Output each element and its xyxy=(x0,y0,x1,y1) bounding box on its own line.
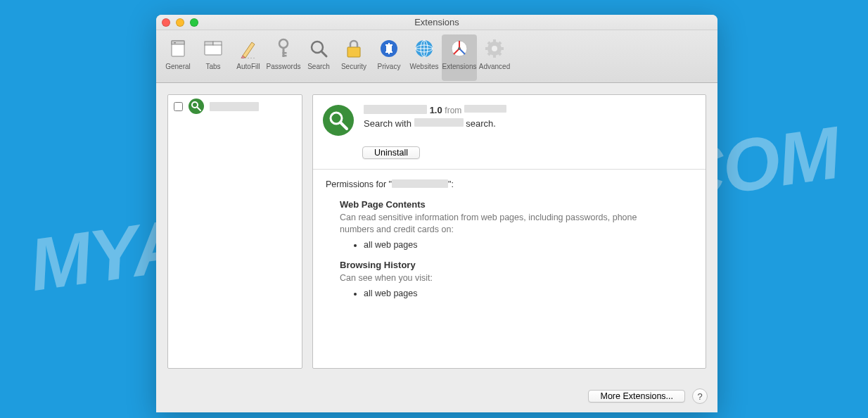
svg-line-12 xyxy=(321,51,326,56)
extension-large-icon xyxy=(323,105,354,136)
key-icon xyxy=(272,37,295,60)
perm-heading-name-redacted xyxy=(392,179,448,188)
svg-rect-5 xyxy=(213,42,222,45)
toolbar-label: Privacy xyxy=(378,63,401,70)
desc-mid-redacted xyxy=(414,118,464,127)
extension-item-icon xyxy=(189,99,204,114)
svg-point-22 xyxy=(458,47,461,50)
toolbar-label: General xyxy=(165,63,191,70)
more-extensions-button[interactable]: More Extensions... xyxy=(588,390,685,403)
toolbar-websites[interactable]: Websites xyxy=(407,34,442,81)
toolbar-label: Tabs xyxy=(205,63,220,70)
svg-rect-15 xyxy=(386,46,392,51)
svg-line-30 xyxy=(499,53,501,55)
toolbar-label: Security xyxy=(341,63,366,70)
extension-header: 1.0 from Search with search. xyxy=(313,95,706,143)
perm-section-title-0: Web Page Contents xyxy=(340,199,693,210)
toolbar-security[interactable]: Security xyxy=(336,34,371,81)
toolbar-label: Websites xyxy=(410,63,439,70)
extension-title-line: 1.0 from xyxy=(364,105,506,115)
uninstall-button[interactable]: Uninstall xyxy=(362,146,420,159)
toolbar-extensions[interactable]: Extensions xyxy=(442,34,477,81)
extension-enable-checkbox[interactable] xyxy=(174,102,183,111)
preferences-toolbar: General Tabs AutoFill Passwords Search xyxy=(156,30,717,83)
svg-line-31 xyxy=(488,53,490,55)
perm-heading-prefix: Permissions for " xyxy=(326,179,392,189)
toolbar-general[interactable]: General xyxy=(160,34,196,81)
desc-suffix: search. xyxy=(466,118,496,129)
desc-prefix: Search with xyxy=(364,118,411,129)
toolbar-advanced[interactable]: Advanced xyxy=(477,34,512,81)
extension-detail-panel: 1.0 from Search with search. Uninstall xyxy=(312,94,706,369)
uninstall-row: Uninstall xyxy=(313,143,706,169)
svg-line-34 xyxy=(197,107,200,110)
extension-item-name-redacted xyxy=(210,102,259,111)
lock-icon xyxy=(343,37,365,60)
window-title: Extensions xyxy=(156,17,717,27)
svg-rect-2 xyxy=(174,42,176,44)
permissions-section: Permissions for " ": Web Page Contents C… xyxy=(313,170,706,310)
privacy-icon xyxy=(378,37,400,60)
svg-line-36 xyxy=(340,122,347,129)
svg-rect-9 xyxy=(283,52,287,54)
svg-rect-13 xyxy=(347,47,360,57)
perm-section-title-1: Browsing History xyxy=(340,260,693,270)
svg-point-7 xyxy=(279,39,288,48)
globe-icon xyxy=(413,37,435,60)
perm-section-desc-0: Can read sensitive information from web … xyxy=(340,212,663,236)
gear-icon xyxy=(483,37,506,60)
extension-description: Search with search. xyxy=(364,118,506,129)
perm-item: all web pages xyxy=(364,240,693,250)
svg-rect-1 xyxy=(172,41,184,44)
titlebar: Extensions xyxy=(156,15,717,30)
content-area: 1.0 from Search with search. Uninstall xyxy=(156,83,717,380)
extensions-sidebar xyxy=(167,94,302,369)
svg-rect-3 xyxy=(205,44,222,55)
svg-rect-4 xyxy=(205,42,213,45)
perm-section-list-0: all web pages xyxy=(364,240,693,250)
svg-line-32 xyxy=(499,42,501,44)
autofill-icon xyxy=(237,37,260,60)
perm-item: all web pages xyxy=(364,289,693,298)
extension-version: 1.0 xyxy=(430,105,442,115)
svg-point-24 xyxy=(492,46,497,51)
toolbar-label: Search xyxy=(307,63,330,70)
toolbar-label: Extensions xyxy=(442,63,477,70)
toolbar-label: Passwords xyxy=(267,63,301,70)
extension-vendor-redacted xyxy=(464,105,506,113)
extension-name-redacted xyxy=(364,105,427,114)
svg-line-29 xyxy=(488,42,490,44)
toolbar-tabs[interactable]: Tabs xyxy=(196,34,231,81)
extension-title-block: 1.0 from Search with search. xyxy=(364,105,506,129)
extension-from-label: from xyxy=(445,106,461,115)
permissions-heading: Permissions for " ": xyxy=(326,179,693,189)
perm-section-list-1: all web pages xyxy=(364,289,693,298)
toolbar-search[interactable]: Search xyxy=(301,34,336,81)
perm-heading-suffix: ": xyxy=(448,179,454,189)
sidebar-extension-item[interactable] xyxy=(168,95,302,118)
preferences-window: Extensions General Tabs AutoFill Passwor… xyxy=(156,15,717,412)
svg-rect-10 xyxy=(283,55,287,57)
help-button[interactable]: ? xyxy=(692,388,708,404)
toolbar-label: AutoFill xyxy=(236,63,260,70)
toolbar-autofill[interactable]: AutoFill xyxy=(231,34,266,81)
toolbar-label: Advanced xyxy=(479,63,510,70)
perm-section-desc-1: Can see when you visit: xyxy=(340,272,663,284)
tabs-icon xyxy=(202,37,224,60)
toolbar-passwords[interactable]: Passwords xyxy=(266,34,301,81)
footer-bar: More Extensions... ? xyxy=(156,380,717,412)
general-icon xyxy=(167,37,189,60)
search-icon xyxy=(307,37,330,60)
toolbar-privacy[interactable]: Privacy xyxy=(371,34,407,81)
extensions-icon xyxy=(448,37,471,60)
